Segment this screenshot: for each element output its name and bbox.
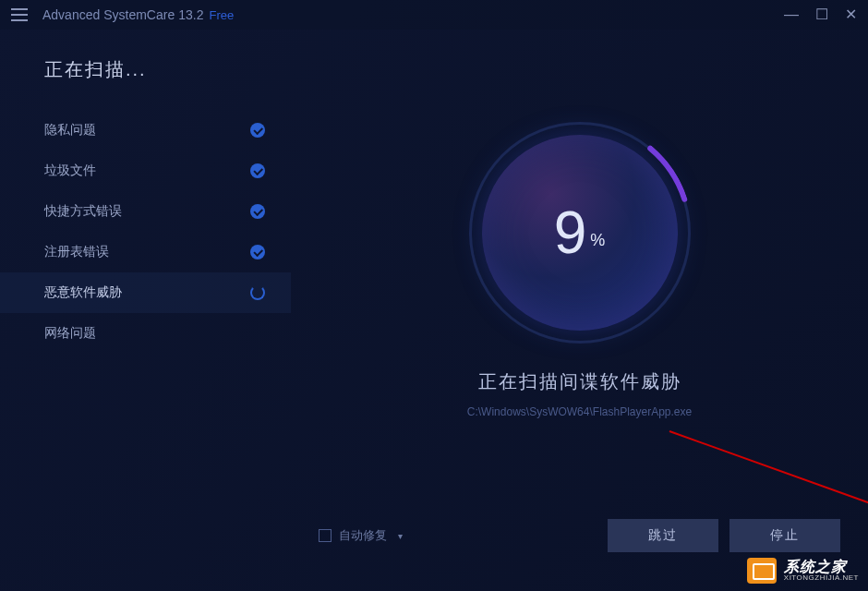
progress-ring: 9 % (469, 122, 691, 344)
close-icon[interactable]: ✕ (845, 7, 857, 22)
window-controls: — ☐ ✕ (784, 7, 857, 22)
scan-item-label: 垃圾文件 (44, 163, 250, 179)
stop-button[interactable]: 停止 (729, 519, 840, 552)
chevron-down-icon[interactable]: ▾ (398, 531, 403, 541)
check-icon (250, 163, 265, 178)
auto-fix-option[interactable]: 自动修复 ▾ (319, 527, 403, 544)
check-icon (250, 204, 265, 219)
watermark: 系统之家 XITONGZHIJIA.NET (747, 558, 859, 584)
scan-item-label: 恶意软件威胁 (44, 284, 250, 301)
scanning-title: 正在扫描... (0, 57, 291, 82)
scan-item-label: 快捷方式错误 (44, 203, 250, 220)
app-edition[interactable]: Free (209, 8, 234, 22)
skip-button[interactable]: 跳过 (608, 519, 718, 552)
check-icon (250, 123, 265, 138)
checkbox-icon[interactable] (319, 529, 332, 542)
scan-item-label: 注册表错误 (44, 244, 250, 260)
svg-line-2 (669, 431, 868, 519)
scan-item-label: 网络问题 (44, 325, 265, 342)
percent-sign: % (590, 231, 605, 250)
hamburger-menu-icon[interactable] (11, 8, 28, 21)
titlebar: Advanced SystemCare 13.2 Free — ☐ ✕ (0, 0, 868, 30)
scan-item-shortcut[interactable]: 快捷方式错误 (0, 191, 291, 232)
scan-item-registry[interactable]: 注册表错误 (0, 232, 291, 272)
progress-percent: 9 (554, 199, 587, 267)
scan-item-malware[interactable]: 恶意软件威胁 (0, 272, 291, 313)
scan-status-title: 正在扫描间谍软件威胁 (478, 369, 681, 394)
auto-fix-label: 自动修复 (339, 527, 387, 544)
sidebar: 正在扫描... 隐私问题 垃圾文件 快捷方式错误 注册表错误 恶意软件威胁 网络… (0, 30, 291, 591)
scan-item-privacy[interactable]: 隐私问题 (0, 110, 291, 151)
watermark-text-en: XITONGZHIJIA.NET (784, 574, 859, 583)
app-version: 13.2 (178, 7, 203, 22)
ring-inner: 9 % (482, 135, 678, 331)
watermark-text-cn: 系统之家 (784, 559, 859, 575)
check-icon (250, 245, 265, 259)
app-name: Advanced SystemCare (42, 7, 175, 22)
minimize-icon[interactable]: — (784, 7, 799, 22)
maximize-icon[interactable]: ☐ (815, 7, 828, 22)
spinner-icon (250, 285, 265, 300)
scan-item-label: 隐私问题 (44, 122, 250, 139)
main-panel: 9 % 正在扫描间谍软件威胁 C:\Windows\SysWOW64\Flash… (291, 30, 868, 591)
scan-item-junk[interactable]: 垃圾文件 (0, 151, 291, 191)
scan-current-path: C:\Windows\SysWOW64\FlashPlayerApp.exe (467, 405, 692, 418)
watermark-logo-icon (747, 558, 777, 584)
scan-item-network[interactable]: 网络问题 (0, 313, 291, 354)
bottom-bar: 自动修复 ▾ 跳过 停止 (291, 519, 840, 552)
